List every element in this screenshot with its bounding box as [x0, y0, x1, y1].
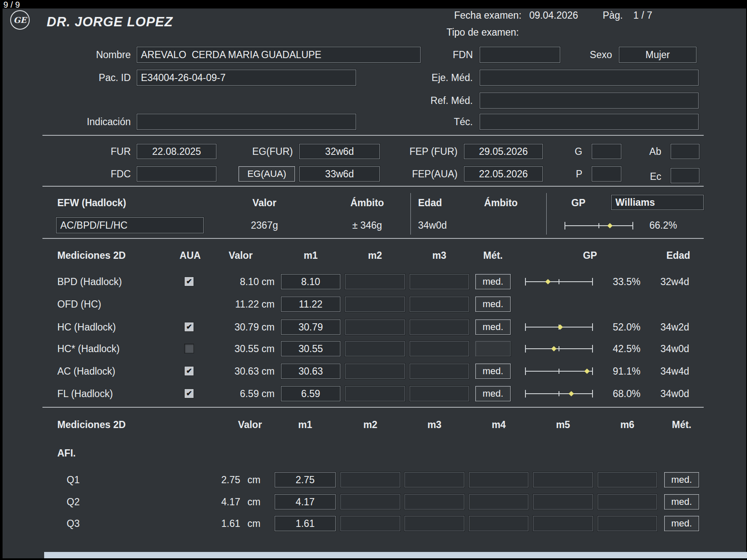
- met-button[interactable]: med.: [664, 472, 699, 487]
- ref-med-label: Ref. Méd.: [416, 95, 473, 106]
- m3-field[interactable]: [410, 297, 469, 312]
- efw-title: EFW (Hadlock): [57, 197, 126, 209]
- percentile-gauge: [525, 277, 593, 286]
- m2-field[interactable]: [340, 472, 400, 487]
- m3-field[interactable]: [404, 472, 464, 487]
- m1-field[interactable]: 6.59: [281, 386, 340, 401]
- m6-field[interactable]: [598, 472, 657, 487]
- met-button[interactable]: med.: [664, 494, 699, 510]
- tec-field[interactable]: [480, 114, 699, 130]
- nombre-field[interactable]: AREVALO CERDA MARIA GUADALUPE: [137, 47, 421, 63]
- gauge-marker-icon: [551, 346, 557, 352]
- gp-method-select[interactable]: Williams: [611, 195, 704, 210]
- m6-field[interactable]: [598, 494, 657, 510]
- percentile-gauge: [525, 344, 593, 353]
- divider: [410, 193, 411, 235]
- m3-field[interactable]: [410, 364, 469, 379]
- met-button[interactable]: med.: [664, 516, 699, 531]
- aua-checkbox[interactable]: ✔: [184, 366, 194, 376]
- fep-aua-field[interactable]: 22.05.2026: [464, 166, 543, 182]
- edad-value: 34w2d: [660, 321, 689, 333]
- gauge-marker-icon: [607, 223, 613, 229]
- g-field[interactable]: [592, 144, 621, 159]
- sexo-field[interactable]: Mujer: [619, 47, 696, 63]
- m2-field[interactable]: [345, 386, 405, 401]
- measure-value: 11.22 cm: [199, 298, 275, 310]
- m1-field[interactable]: 30.63: [281, 364, 340, 379]
- check-icon: ✔: [186, 366, 192, 376]
- ab-field[interactable]: [671, 144, 699, 159]
- m3-field[interactable]: [410, 319, 469, 335]
- m1-field[interactable]: 1.61: [275, 516, 336, 531]
- check-icon: ✔: [186, 322, 192, 332]
- m5-field[interactable]: [533, 472, 593, 487]
- m3-field[interactable]: [410, 341, 469, 356]
- p-field[interactable]: [592, 166, 621, 182]
- m6-field[interactable]: [598, 516, 657, 531]
- fur-label: FUR: [76, 146, 131, 157]
- met-button[interactable]: [475, 341, 511, 356]
- exam-date-label: Fecha examen:: [454, 9, 522, 21]
- ref-med-field[interactable]: [480, 92, 699, 109]
- m1-field[interactable]: 30.55: [281, 341, 340, 356]
- gauge-marker-icon: [545, 279, 550, 285]
- m2-field[interactable]: [345, 341, 405, 356]
- m1-field[interactable]: 11.22: [281, 297, 340, 312]
- page-label: Pàg.: [603, 9, 623, 21]
- m1-field[interactable]: 8.10: [281, 274, 340, 289]
- met-button[interactable]: med.: [475, 319, 511, 335]
- aua-checkbox[interactable]: ✔: [184, 344, 194, 353]
- m5-field[interactable]: [533, 494, 593, 510]
- pacid-field[interactable]: E34004-26-04-09-7: [137, 70, 356, 86]
- m2-field[interactable]: [345, 364, 405, 379]
- met-button[interactable]: med.: [475, 274, 511, 289]
- m1-field[interactable]: 4.17: [275, 494, 336, 510]
- separator: [42, 186, 704, 187]
- ec-field[interactable]: [671, 168, 699, 183]
- met-button[interactable]: med.: [475, 386, 511, 401]
- efw-formula-field[interactable]: AC/BPD/FL/HC: [56, 217, 204, 233]
- table2-col-m6: m6: [598, 419, 657, 431]
- fdn-field[interactable]: [480, 47, 560, 63]
- m5-field[interactable]: [533, 516, 593, 531]
- m3-field[interactable]: [410, 274, 469, 289]
- doctor-title: DR. JORGE LOPEZ: [47, 14, 173, 30]
- aua-checkbox[interactable]: ✔: [184, 389, 194, 398]
- table1-col-gp: GP: [564, 249, 615, 261]
- eg-aua-field[interactable]: 33w6d: [299, 166, 380, 182]
- m2-field[interactable]: [345, 297, 405, 312]
- m2-field[interactable]: [340, 494, 400, 510]
- indicacion-field[interactable]: [137, 114, 356, 130]
- m4-field[interactable]: [469, 494, 528, 510]
- efw-valor: 2367g: [240, 219, 289, 231]
- m2-field[interactable]: [340, 516, 400, 531]
- m4-field[interactable]: [469, 516, 528, 531]
- percentile-gauge: [525, 389, 593, 398]
- fdc-field[interactable]: [137, 166, 216, 182]
- measure-unit: cm: [247, 518, 261, 529]
- efw-col-valor: Valor: [240, 197, 289, 209]
- eg-aua-button[interactable]: EG(AUA): [239, 166, 295, 182]
- m1-field[interactable]: 30.79: [281, 319, 340, 335]
- efw-col-gp: GP: [571, 197, 585, 209]
- measure-label: HC (Hadlock): [57, 321, 116, 333]
- m1-field[interactable]: 2.75: [275, 472, 336, 487]
- m2-field[interactable]: [345, 319, 405, 335]
- eg-fur-field[interactable]: 32w6d: [299, 144, 380, 159]
- m4-field[interactable]: [469, 472, 528, 487]
- table2-col-valor: Valor: [225, 419, 275, 431]
- fur-field[interactable]: 22.08.2025: [137, 144, 216, 159]
- eje-med-field[interactable]: [480, 70, 699, 86]
- table2-col-met: Mét.: [664, 419, 699, 431]
- aua-checkbox[interactable]: ✔: [184, 322, 194, 332]
- page-value: 1 / 7: [633, 9, 652, 21]
- met-button[interactable]: med.: [475, 297, 511, 312]
- met-button[interactable]: med.: [475, 364, 511, 379]
- m3-field[interactable]: [404, 494, 464, 510]
- m3-field[interactable]: [410, 386, 469, 401]
- efw-gp-percent: 66.2%: [649, 219, 677, 231]
- aua-checkbox[interactable]: ✔: [184, 277, 194, 286]
- m3-field[interactable]: [404, 516, 464, 531]
- m2-field[interactable]: [345, 274, 405, 289]
- fep-fur-field[interactable]: 29.05.2026: [464, 144, 543, 159]
